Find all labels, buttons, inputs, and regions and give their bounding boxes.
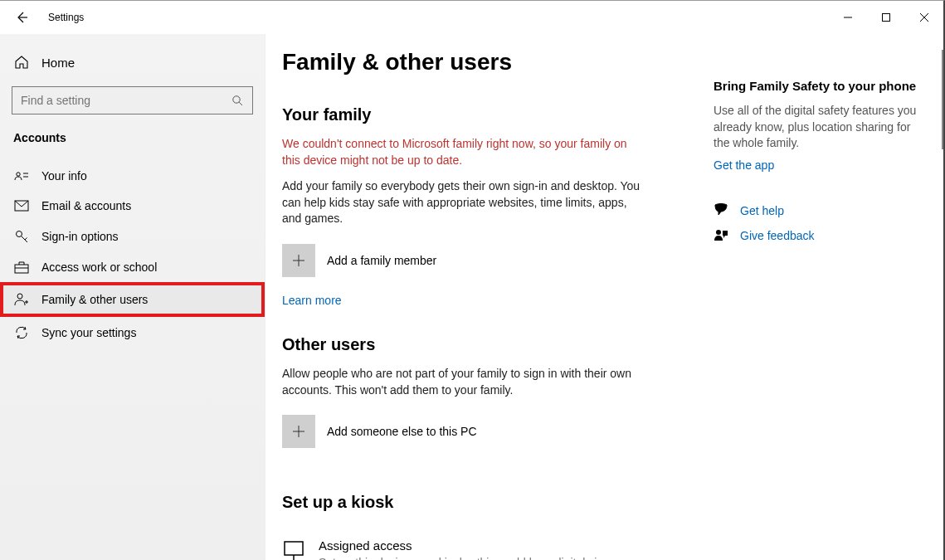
key-icon [13,229,30,244]
maximize-button[interactable] [867,1,905,34]
sidebar-item-email-accounts[interactable]: Email & accounts [0,191,265,221]
sidebar-item-label: Email & accounts [41,199,131,212]
sidebar-section-label: Accounts [0,131,265,161]
family-error-text: We couldn't connect to Microsoft family … [282,136,647,168]
svg-line-12 [22,236,28,243]
person-card-icon [13,170,30,182]
feedback-icon [714,228,728,243]
page-title: Family & other users [282,49,689,75]
assigned-access-subtitle: Set up this device as a kiosk—this could… [319,556,613,560]
search-input[interactable] [12,86,253,114]
titlebar: Settings [0,1,943,34]
help-icon [714,203,728,218]
other-users-heading: Other users [282,335,689,354]
sidebar-item-label: Family & other users [41,293,148,306]
other-users-description: Allow people who are not part of your fa… [282,366,647,398]
promo-title: Bring Family Safety to your phone [714,79,929,93]
main-content: Family & other users Your family We coul… [282,49,714,560]
assigned-access-title: Assigned access [319,538,613,553]
back-icon[interactable] [15,11,28,24]
give-feedback-label: Give feedback [740,229,815,242]
svg-rect-23 [285,542,303,555]
add-family-member-button[interactable]: Add a family member [282,244,689,277]
svg-point-7 [17,173,20,176]
sidebar-item-signin-options[interactable]: Sign-in options [0,221,265,252]
sidebar-item-your-info[interactable]: Your info [0,161,265,191]
person-plus-icon [13,292,30,307]
svg-line-6 [239,102,242,105]
add-someone-else-label: Add someone else to this PC [327,425,477,438]
briefcase-icon [13,261,30,274]
sidebar-item-family-other-users[interactable]: Family & other users [0,282,265,317]
sidebar-item-label: Your info [41,169,87,183]
your-family-heading: Your family [282,105,689,124]
sidebar-item-label: Sign-in options [41,230,119,243]
home-icon [13,55,30,70]
assigned-access-row[interactable]: Assigned access Set up this device as a … [282,538,689,560]
sidebar-item-access-work-school[interactable]: Access work or school [0,252,265,282]
nav-home[interactable]: Home [0,46,265,78]
family-description: Add your family so everybody gets their … [282,178,647,227]
sidebar-item-label: Sync your settings [41,326,136,339]
sidebar-item-label: Access work or school [41,261,157,274]
sync-icon [13,325,30,340]
svg-rect-2 [883,14,890,22]
nav-home-label: Home [41,56,75,70]
svg-rect-14 [15,265,28,273]
kiosk-icon [282,538,305,560]
aside-panel: Bring Family Safety to your phone Use al… [714,49,929,560]
get-help-link[interactable]: Get help [714,203,929,218]
window-title: Settings [48,12,84,23]
minimize-button[interactable] [829,1,867,34]
get-the-app-link[interactable]: Get the app [714,158,774,172]
svg-point-16 [17,294,22,299]
svg-point-26 [716,230,721,235]
plus-icon [282,415,315,448]
kiosk-heading: Set up a kiosk [282,493,689,512]
plus-icon [282,244,315,277]
sidebar: Home Accounts Your info Email & accounts [0,34,265,560]
give-feedback-link[interactable]: Give feedback [714,228,929,243]
learn-more-link[interactable]: Learn more [282,294,342,307]
svg-line-13 [25,238,27,241]
search-icon [231,95,243,106]
svg-point-11 [17,231,22,237]
svg-point-5 [233,96,240,103]
promo-body: Use all of the digital safety features y… [714,103,929,152]
close-button[interactable] [905,1,943,34]
scrollbar[interactable] [942,50,943,149]
mail-icon [13,200,30,212]
get-help-label: Get help [740,204,784,217]
sidebar-item-sync-settings[interactable]: Sync your settings [0,317,265,348]
add-family-member-label: Add a family member [327,254,436,267]
add-someone-else-button[interactable]: Add someone else to this PC [282,415,689,448]
search-box[interactable] [12,86,253,114]
